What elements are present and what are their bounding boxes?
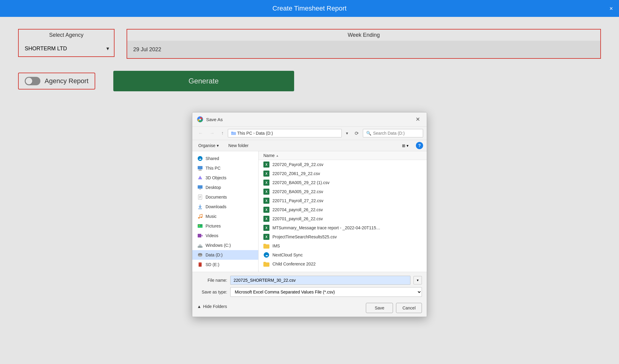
sidebar-item-downloads[interactable]: Downloads bbox=[192, 202, 258, 212]
sidebar-item-music[interactable]: Music bbox=[192, 212, 258, 221]
content-area: Select Agency SHORTERM LTD OTHER AGENCY … bbox=[0, 17, 619, 364]
list-item[interactable]: X ProjectTimeSearchResults525.csv bbox=[259, 232, 427, 241]
svg-point-31 bbox=[198, 255, 202, 257]
chrome-app-icon bbox=[197, 116, 203, 122]
excel-icon: X bbox=[263, 216, 269, 222]
back-button[interactable]: ← bbox=[196, 129, 206, 137]
svg-text:☁: ☁ bbox=[199, 157, 202, 160]
dialog-overlay: Save As ✕ ← → ↑ This PC bbox=[0, 17, 619, 364]
shared-icon: ☁ bbox=[197, 155, 203, 162]
search-box: 🔍 bbox=[363, 129, 423, 137]
svg-rect-12 bbox=[198, 185, 203, 189]
sidebar-item-sd-e[interactable]: SD (E:) bbox=[192, 260, 258, 269]
up-button[interactable]: ↑ bbox=[219, 129, 226, 137]
videos-icon bbox=[197, 233, 203, 239]
desktop-icon bbox=[197, 184, 203, 190]
svg-text:☁: ☁ bbox=[265, 254, 268, 257]
file-name-input[interactable] bbox=[230, 276, 410, 285]
path-this-pc: This PC bbox=[237, 131, 252, 136]
dialog-toolbar: Organise ▾ New folder ⊞ ▾ ? bbox=[192, 140, 427, 151]
save-as-type-select[interactable]: Microsoft Excel Comma Separated Values F… bbox=[230, 287, 422, 297]
search-icon: 🔍 bbox=[366, 131, 371, 136]
svg-marker-24 bbox=[201, 235, 203, 237]
save-as-type-label: Save as type: bbox=[197, 290, 227, 294]
list-item[interactable]: X 220720_Z061_29_22.csv bbox=[259, 169, 427, 178]
address-bar: ← → ↑ This PC › Data (D:) ▾ ⟳ bbox=[192, 127, 427, 140]
dialog-actions-row: ▲ Hide Folders Save Cancel bbox=[197, 300, 422, 313]
save-as-type-row: Save as type: Microsoft Excel Comma Sepa… bbox=[197, 287, 422, 297]
list-item[interactable]: ☁ NextCloud Sync bbox=[259, 250, 427, 259]
hide-folders-button[interactable]: ▲ Hide Folders bbox=[197, 302, 227, 311]
list-item[interactable]: X 220720_Payroll_29_22.csv bbox=[259, 160, 427, 169]
sidebar-item-windows-c[interactable]: Windows (C:) bbox=[192, 240, 258, 250]
file-name-dropdown-button[interactable]: ▾ bbox=[413, 276, 422, 284]
sidebar-item-shared[interactable]: ☁ Shared bbox=[192, 154, 258, 163]
sidebar-item-desktop[interactable]: Desktop bbox=[192, 183, 258, 192]
svg-rect-4 bbox=[231, 132, 233, 133]
svg-rect-13 bbox=[199, 189, 201, 190]
sidebar-item-pictures[interactable]: Pictures bbox=[192, 221, 258, 231]
excel-icon: X bbox=[263, 225, 269, 231]
sidebar-item-documents[interactable]: Documents bbox=[192, 192, 258, 202]
excel-icon: X bbox=[263, 198, 269, 204]
search-input[interactable] bbox=[373, 131, 426, 136]
svg-point-19 bbox=[198, 217, 200, 218]
sidebar-item-3d-objects[interactable]: 3D Objects bbox=[192, 173, 258, 183]
excel-icon: X bbox=[263, 180, 269, 186]
pictures-icon bbox=[197, 223, 203, 229]
refresh-button[interactable]: ⟳ bbox=[352, 129, 361, 137]
cancel-button[interactable]: Cancel bbox=[396, 303, 422, 313]
music-icon bbox=[197, 213, 203, 219]
svg-rect-26 bbox=[199, 245, 202, 246]
close-window-button[interactable]: × bbox=[609, 5, 613, 11]
pc-icon bbox=[197, 165, 203, 171]
dialog-title-text: Save As bbox=[206, 117, 223, 122]
list-item[interactable]: Child Conference 2022 bbox=[259, 259, 427, 268]
file-name-label: File name: bbox=[197, 278, 227, 283]
sd-e-icon bbox=[197, 262, 203, 268]
svg-rect-7 bbox=[198, 166, 203, 169]
list-item[interactable]: X 220720_BA005_29_22.csv bbox=[259, 187, 427, 196]
list-item[interactable]: X 220701_payroll_26_22.csv bbox=[259, 214, 427, 223]
sidebar-item-videos[interactable]: Videos bbox=[192, 231, 258, 240]
dialog-close-button[interactable]: ✕ bbox=[414, 115, 422, 123]
folder-icon bbox=[231, 131, 236, 136]
name-column-header: Name ▲ bbox=[263, 153, 422, 158]
view-button[interactable]: ⊞ ▾ bbox=[400, 142, 411, 149]
address-path: This PC › Data (D:) bbox=[228, 129, 342, 137]
forward-button[interactable]: → bbox=[207, 129, 217, 137]
nextcloud-icon: ☁ bbox=[263, 252, 269, 258]
address-dropdown-button[interactable]: ▾ bbox=[344, 130, 350, 137]
sidebar: ☁ Shared This PC bbox=[192, 151, 259, 272]
svg-point-2 bbox=[200, 119, 201, 120]
new-folder-button[interactable]: New folder bbox=[226, 142, 251, 149]
svg-rect-23 bbox=[198, 234, 201, 237]
file-list: Name ▲ X 220720_Payroll_29_22.csv X 2207… bbox=[259, 151, 427, 272]
data-d-icon bbox=[197, 252, 203, 258]
save-as-dialog: Save As ✕ ← → ↑ This PC bbox=[192, 112, 427, 317]
svg-rect-34 bbox=[200, 263, 201, 264]
save-button[interactable]: Save bbox=[366, 303, 393, 313]
dialog-title-bar: Save As ✕ bbox=[192, 112, 427, 127]
excel-icon: X bbox=[263, 162, 269, 168]
help-button[interactable]: ? bbox=[416, 142, 423, 149]
3d-objects-icon bbox=[197, 175, 203, 181]
sidebar-item-this-pc[interactable]: This PC bbox=[192, 163, 258, 173]
list-item[interactable]: X 220704_payroll_26_22.csv bbox=[259, 205, 427, 214]
svg-rect-27 bbox=[199, 244, 201, 245]
list-item[interactable]: IMS bbox=[259, 241, 427, 250]
sidebar-item-data-d[interactable]: Data (D:) bbox=[192, 250, 258, 260]
excel-icon: X bbox=[263, 207, 269, 213]
list-item[interactable]: X 220711_Payroll_27_22.csv bbox=[259, 196, 427, 205]
svg-rect-8 bbox=[199, 170, 201, 170]
folder-icon bbox=[263, 261, 269, 267]
file-list-header: Name ▲ bbox=[259, 151, 427, 160]
file-name-row: File name: ▾ bbox=[197, 276, 422, 285]
list-item[interactable]: X 220720_BA005_29_22 (1).csv bbox=[259, 178, 427, 187]
list-item[interactable]: X MTSummary_Message trace report - _2022… bbox=[259, 223, 427, 232]
organise-button[interactable]: Organise ▾ bbox=[196, 142, 221, 149]
svg-rect-28 bbox=[200, 247, 201, 247]
dialog-title-content: Save As bbox=[197, 116, 223, 122]
excel-icon: X bbox=[263, 189, 269, 195]
windows-c-icon bbox=[197, 242, 203, 248]
